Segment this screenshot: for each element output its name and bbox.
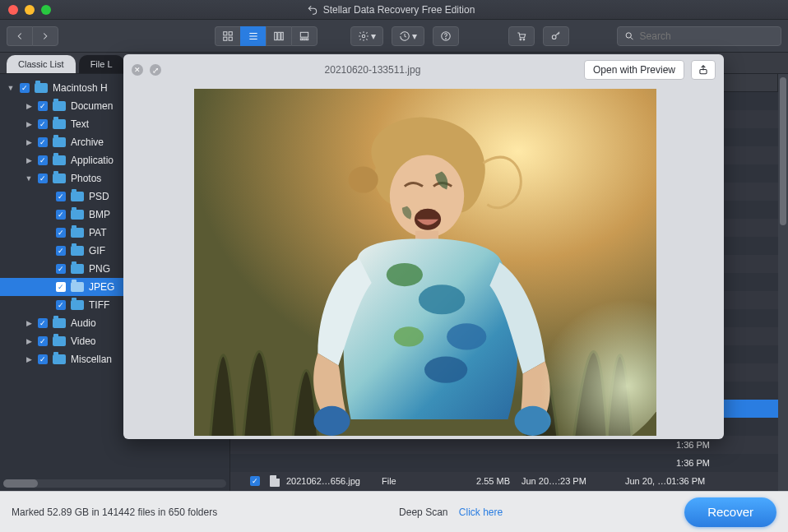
file-row[interactable]: 1:36 PM — [230, 454, 778, 472]
sidebar-item-label: GIF — [89, 245, 105, 257]
key-button[interactable] — [543, 26, 569, 46]
deep-scan-link[interactable]: Click here — [459, 507, 503, 518]
file-size: 2.55 MB — [456, 476, 521, 486]
sidebar-item-label: Macintosh H — [53, 82, 108, 94]
gallery-view-button[interactable] — [291, 26, 318, 46]
recover-button[interactable]: Recover — [684, 497, 776, 527]
checkbox[interactable]: ✓ — [56, 264, 66, 274]
forward-button[interactable] — [32, 26, 58, 46]
disclosure-triangle-icon[interactable]: ▼ — [7, 84, 15, 92]
disclosure-triangle-icon[interactable]: ▶ — [25, 156, 33, 164]
disclosure-triangle-icon[interactable]: ▶ — [25, 337, 33, 345]
share-icon — [698, 64, 709, 76]
checkbox[interactable]: ✓ — [38, 155, 48, 165]
help-button[interactable] — [433, 26, 459, 46]
checkbox[interactable]: ✓ — [56, 282, 66, 292]
svg-rect-3 — [229, 37, 232, 40]
close-window-icon[interactable] — [8, 5, 18, 15]
checkbox[interactable]: ✓ — [250, 476, 260, 486]
folder-icon — [53, 318, 66, 328]
folder-icon — [71, 300, 84, 310]
svg-rect-1 — [229, 31, 232, 35]
share-button[interactable] — [691, 60, 716, 80]
search-input[interactable] — [640, 30, 774, 42]
folder-icon — [53, 137, 66, 147]
file-created: 1:36 PM — [671, 440, 778, 450]
grid-view-button[interactable] — [215, 26, 240, 46]
svg-rect-7 — [300, 32, 308, 37]
checkbox[interactable]: ✓ — [56, 300, 66, 310]
sidebar-item-label: Audio — [71, 317, 96, 329]
cart-button[interactable] — [508, 26, 535, 46]
file-name: 2021062…656.jpg — [286, 476, 382, 486]
folder-icon — [53, 119, 66, 129]
disclosure-triangle-icon[interactable]: ▼ — [25, 174, 33, 183]
gear-icon — [358, 30, 369, 42]
svg-point-11 — [362, 35, 365, 38]
toolbar: ▾ ▾ — [0, 20, 788, 53]
checkbox[interactable]: ✓ — [56, 210, 66, 220]
list-view-button[interactable] — [240, 26, 266, 46]
nav-buttons — [7, 26, 58, 46]
minimize-window-icon[interactable] — [25, 5, 35, 15]
folder-icon — [71, 282, 84, 292]
file-row[interactable]: ✓2021062…656.jpgFile2.55 MBJun 20…:23 PM… — [230, 472, 778, 490]
back-button[interactable] — [7, 26, 32, 46]
svg-rect-2 — [224, 37, 227, 40]
close-preview-icon[interactable]: ✕ — [132, 64, 143, 76]
checkbox[interactable]: ✓ — [56, 192, 66, 201]
file-created: Jun 20, …01:36 PM — [620, 476, 778, 486]
file-modified: Jun 20…:23 PM — [521, 476, 620, 486]
svg-point-20 — [349, 166, 378, 192]
checkbox[interactable]: ✓ — [38, 137, 48, 147]
checkbox[interactable]: ✓ — [38, 119, 48, 129]
disclosure-triangle-icon[interactable]: ▶ — [25, 120, 33, 128]
disclosure-triangle-icon[interactable]: ▶ — [25, 102, 33, 110]
folder-icon — [53, 336, 66, 346]
folder-icon — [71, 228, 84, 238]
svg-rect-9 — [304, 38, 305, 39]
history-button[interactable]: ▾ — [392, 26, 424, 46]
checkbox[interactable]: ✓ — [38, 354, 48, 364]
svg-point-29 — [394, 326, 424, 346]
file-row[interactable]: ✓2021062…702.jpgFile2.48 MBJun 20…:23 PM… — [230, 490, 778, 491]
file-icon — [270, 475, 280, 487]
traffic-lights — [8, 5, 51, 15]
file-list-vscroll[interactable] — [778, 74, 788, 491]
tab-file-list[interactable]: File L — [79, 55, 124, 73]
search-field[interactable] — [617, 26, 781, 46]
settings-button[interactable]: ▾ — [350, 26, 383, 46]
disclosure-triangle-icon[interactable]: ▶ — [25, 319, 33, 327]
svg-rect-8 — [300, 38, 302, 39]
checkbox[interactable]: ✓ — [38, 101, 48, 111]
history-icon — [399, 30, 410, 42]
svg-point-15 — [523, 39, 525, 40]
checkbox[interactable]: ✓ — [56, 228, 66, 238]
column-view-button[interactable] — [266, 26, 291, 46]
zoom-window-icon[interactable] — [41, 5, 51, 15]
checkbox[interactable]: ✓ — [20, 83, 30, 93]
svg-rect-0 — [224, 31, 227, 35]
sidebar-item-label: Applicatio — [71, 155, 114, 166]
disclosure-triangle-icon[interactable]: ▶ — [25, 138, 33, 146]
checkbox[interactable]: ✓ — [38, 318, 48, 328]
sidebar-hscroll[interactable] — [3, 479, 226, 488]
checkbox[interactable]: ✓ — [38, 336, 48, 346]
checkbox[interactable]: ✓ — [38, 173, 48, 183]
checkbox[interactable]: ✓ — [56, 246, 66, 256]
cart-icon — [516, 30, 527, 42]
scroll-thumb[interactable] — [3, 479, 38, 488]
svg-rect-4 — [275, 32, 277, 39]
scroll-thumb[interactable] — [780, 77, 786, 225]
tab-classic-list[interactable]: Classic List — [7, 55, 76, 73]
svg-point-13 — [446, 38, 447, 39]
disclosure-triangle-icon[interactable]: ▶ — [25, 355, 33, 363]
open-with-preview-button[interactable]: Open with Preview — [584, 60, 684, 80]
svg-rect-5 — [278, 32, 280, 39]
fullscreen-preview-icon[interactable]: ⤢ — [150, 64, 161, 76]
folder-icon — [71, 210, 84, 220]
footer: Marked 52.89 GB in 141442 files in 650 f… — [0, 491, 788, 532]
svg-point-26 — [387, 263, 423, 286]
svg-point-24 — [313, 406, 350, 436]
window-title: Stellar Data Recovery Free Edition — [51, 4, 730, 16]
